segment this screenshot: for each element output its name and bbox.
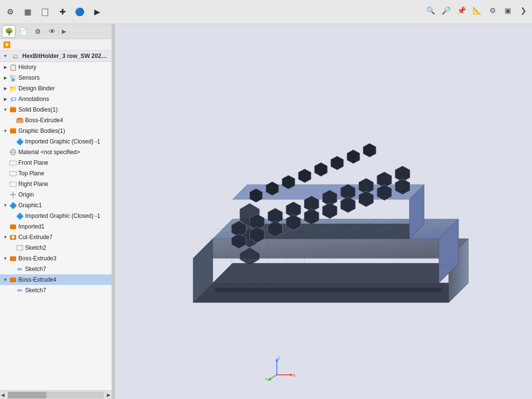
tab-feature-tree[interactable]: 🌳 — [2, 25, 15, 38]
front-plane-expand-icon — [2, 159, 9, 166]
search-icon[interactable]: 🔍 — [424, 4, 437, 17]
tree-item-sensors[interactable]: ▶ 📡 Sensors — [0, 72, 112, 83]
tree-item-boss-extrude4[interactable]: Boss-Extrude4 — [0, 115, 112, 126]
window-icon[interactable]: ▣ — [501, 4, 515, 17]
tree-item-sketch7-2[interactable]: ✏ Sketch7 — [0, 285, 112, 296]
imported-graphic-1-icon: 🔷 — [15, 137, 24, 146]
top-plane-label: Top Plane — [18, 170, 44, 177]
imported1-icon — [9, 222, 17, 231]
tab-properties[interactable]: 📄 — [16, 25, 30, 38]
more-right-icon[interactable]: ❯ — [517, 4, 530, 17]
svg-rect-2 — [16, 119, 23, 123]
svg-text:Z: Z — [278, 356, 281, 360]
svg-marker-68 — [347, 150, 359, 163]
tree-item-boss-extrude3[interactable]: ▼ Boss-Extrude3 — [0, 253, 112, 264]
tree-item-imported1[interactable]: Imported1 — [0, 221, 112, 232]
toolbar-features-btn[interactable]: ⚙ — [2, 4, 18, 20]
tree-item-imported-graphic-1[interactable]: 🔷 Imported Graphic (Closed) -1 — [0, 136, 112, 147]
cut-extrude7-icon — [9, 233, 17, 242]
sketch2-label: Sketch2 — [25, 244, 46, 251]
tree-item-boss-extrude4b[interactable]: ▼ Boss-Extrude4 — [0, 274, 112, 285]
solid-bodies-icon — [9, 105, 17, 114]
tree-item-sketch7-1[interactable]: ✏ Sketch7 — [0, 264, 112, 274]
sketch7-1-icon: ✏ — [15, 265, 24, 273]
scrollbar-thumb — [8, 392, 46, 399]
file-title[interactable]: ▼ 🗂 HexBitHolder_3 row_SW 2022 (Default — [0, 51, 112, 62]
svg-point-16 — [12, 236, 14, 239]
tree-item-cut-extrude7[interactable]: ▼ Cut-Extrude7 — [0, 232, 112, 242]
horizontal-scrollbar[interactable] — [8, 392, 104, 399]
top-right-icons: 🔍 🔎 📌 📐 ⚙ ▣ ❯ — [424, 4, 530, 17]
tree-item-imported-graphic-2[interactable]: 🔷 Imported Graphic (Closed) -1 — [0, 211, 112, 221]
model-container — [144, 43, 518, 370]
filter-icon: 🔽 — [3, 41, 11, 48]
svg-rect-14 — [10, 225, 16, 229]
top-plane-icon — [9, 169, 17, 178]
file-expand-icon: ▼ — [2, 53, 9, 59]
sketch2-icon — [15, 243, 24, 252]
right-plane-expand-icon — [2, 181, 9, 187]
origin-label: Origin — [18, 191, 34, 198]
boss-extrude4-expand-icon — [9, 117, 15, 124]
options-icon[interactable]: ⚙ — [486, 4, 499, 17]
svg-rect-9 — [10, 161, 16, 165]
toolbar-more-btn[interactable]: ▶ — [89, 4, 105, 20]
toolbar-markup-btn[interactable]: 📋 — [37, 4, 53, 20]
panel-tabs-more[interactable]: ▶ — [60, 27, 68, 36]
design-binder-icon: 📁 — [9, 84, 17, 93]
tree-item-material[interactable]: Material <not specified> — [0, 147, 112, 157]
tree-item-annotations[interactable]: ▶ 🏷 Annotations — [0, 94, 112, 104]
snap-icon[interactable]: 📌 — [455, 4, 468, 17]
svg-rect-3 — [17, 118, 22, 119]
right-plane-label: Right Plane — [18, 181, 48, 187]
svg-rect-19 — [10, 278, 16, 282]
svg-rect-17 — [17, 245, 23, 250]
history-icon: 📋 — [9, 63, 17, 71]
history-label: History — [18, 64, 36, 71]
tab-configuration[interactable]: ⚙ — [31, 25, 44, 38]
boss-extrude3-label: Boss-Extrude3 — [18, 255, 57, 262]
file-title-text: HexBitHolder_3 row_SW 2022 (Default — [22, 53, 110, 59]
tree-item-right-plane[interactable]: Right Plane — [0, 179, 112, 189]
tree-item-graphic1[interactable]: ▼ 🔷 Graphic1 — [0, 200, 112, 211]
toolbar-addins-btn[interactable]: 🔵 — [72, 4, 88, 20]
toolbar-sketch-btn[interactable]: ▦ — [19, 4, 36, 20]
3d-model-svg — [144, 43, 518, 370]
tree-item-solid-bodies[interactable]: ▼ Solid Bodies(1) — [0, 104, 112, 115]
graphic-bodies-label: Graphic Bodies(1) — [18, 128, 65, 134]
sensors-expand-icon: ▶ — [2, 74, 9, 81]
boss-extrude4-icon — [15, 116, 24, 125]
origin-expand-icon — [2, 191, 9, 198]
panel-scrollbar: ◀ ▶ — [0, 390, 112, 399]
svg-rect-1 — [10, 107, 16, 108]
scroll-right-arrow[interactable]: ▶ — [106, 392, 112, 398]
tree-item-design-binder[interactable]: ▶ 📁 Design Binder — [0, 83, 112, 94]
scroll-left-arrow[interactable]: ◀ — [0, 392, 6, 398]
boss-extrude4-label: Boss-Extrude4 — [25, 117, 63, 124]
origin-icon — [9, 190, 17, 199]
tree-item-top-plane[interactable]: Top Plane — [0, 168, 112, 179]
tree-item-graphic-bodies[interactable]: ▼ Graphic Bodies(1) — [0, 126, 112, 136]
tab-display[interactable]: 👁 — [45, 25, 59, 38]
svg-marker-69 — [363, 143, 376, 157]
svg-rect-5 — [10, 128, 16, 129]
toolbar-evaluate-btn[interactable]: ✚ — [54, 4, 71, 20]
tree-item-origin[interactable]: Origin — [0, 189, 112, 200]
viewport[interactable]: Z X Y — [115, 24, 532, 399]
boss-extrude4b-expand-icon: ▼ — [2, 276, 9, 283]
sketch7-1-expand-icon — [9, 266, 15, 272]
material-label: Material <not specified> — [18, 149, 80, 156]
design-binder-label: Design Binder — [18, 85, 55, 92]
right-plane-icon — [9, 180, 17, 188]
tree-item-sketch2[interactable]: Sketch2 — [0, 242, 112, 253]
tree-item-history[interactable]: ▶ 📋 History — [0, 62, 112, 72]
svg-text:Y: Y — [265, 377, 268, 382]
boss-extrude4b-label: Boss-Extrude4 — [18, 276, 57, 283]
svg-marker-66 — [315, 162, 327, 176]
search2-icon[interactable]: 🔎 — [439, 4, 453, 17]
tree-item-front-plane[interactable]: Front Plane — [0, 157, 112, 168]
top-toolbar: ⚙ ▦ 📋 ✚ 🔵 ▶ 🔍 🔎 📌 📐 ⚙ ▣ ❯ — [0, 0, 532, 24]
axis-indicator: Z X Y — [265, 356, 294, 380]
svg-rect-18 — [10, 256, 16, 261]
ref-icon[interactable]: 📐 — [470, 4, 484, 17]
